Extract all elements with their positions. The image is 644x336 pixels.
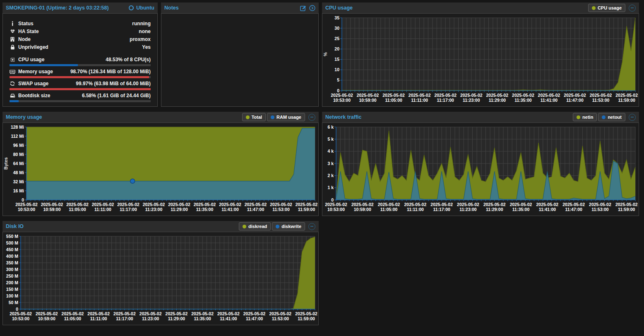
disk-chart-header: Disk IO diskread diskwrite bbox=[2, 221, 319, 232]
svg-text:11:17:00: 11:17:00 bbox=[437, 98, 454, 103]
legend-label: netin bbox=[582, 115, 593, 120]
info-icon bbox=[10, 21, 15, 26]
cpu-chart-body: 051015202530352025-05-0210:53:002025-05-… bbox=[322, 13, 639, 107]
os-label: Ubuntu bbox=[136, 5, 154, 11]
status-panel-body: Status running HA State none bbox=[2, 13, 158, 107]
node-value: proxmox bbox=[130, 36, 151, 42]
legend-dot-green bbox=[592, 6, 596, 10]
svg-text:11:35:00: 11:35:00 bbox=[514, 98, 532, 103]
legend-netout[interactable]: netout bbox=[598, 113, 625, 121]
svg-text:20: 20 bbox=[334, 46, 339, 51]
network-chart-body: 01 k2 k3 k4 k5 k6 k2025-05-0210:53:00202… bbox=[322, 122, 639, 216]
notes-body[interactable] bbox=[161, 13, 319, 107]
svg-text:11:05:00: 11:05:00 bbox=[380, 207, 398, 212]
svg-text:11:05:00: 11:05:00 bbox=[385, 98, 402, 103]
ha-state-label: HA State bbox=[18, 29, 39, 34]
svg-text:11:59:00: 11:59:00 bbox=[618, 98, 635, 103]
swap-usage-value: 99.97% (63.98 MiB of 64.00 MiB) bbox=[76, 81, 151, 86]
expand-notes-icon[interactable] bbox=[309, 5, 315, 11]
svg-text:2025-05-02: 2025-05-02 bbox=[295, 311, 317, 316]
status-label: Status bbox=[18, 21, 34, 26]
collapse-icon[interactable] bbox=[308, 114, 315, 121]
svg-text:500 M: 500 M bbox=[6, 240, 18, 245]
notes-panel: Notes bbox=[161, 2, 319, 107]
legend-netin[interactable]: netin bbox=[573, 113, 597, 121]
svg-text:%: % bbox=[323, 52, 328, 56]
cpu-usage-label: CPU usage bbox=[18, 57, 44, 62]
svg-text:11:47:00: 11:47:00 bbox=[565, 207, 582, 212]
status-value: running bbox=[132, 21, 151, 26]
svg-text:11:23:00: 11:23:00 bbox=[459, 207, 477, 212]
collapse-icon[interactable] bbox=[308, 223, 315, 230]
svg-text:2025-05-02: 2025-05-02 bbox=[510, 202, 532, 207]
guest-title: SMOKEPING-01 (Uptime: 2 days 03:22:58) bbox=[6, 5, 109, 11]
svg-text:11:23:00: 11:23:00 bbox=[145, 207, 163, 212]
legend-diskread[interactable]: diskread bbox=[239, 222, 271, 230]
svg-text:2025-05-02: 2025-05-02 bbox=[10, 311, 32, 316]
memory-usage-chart: 016 Mi32 Mi48 Mi64 Mi80 Mi96 Mi112 Mi128… bbox=[3, 123, 318, 216]
notes-title: Notes bbox=[164, 5, 179, 11]
svg-text:10:53:00: 10:53:00 bbox=[327, 207, 345, 212]
svg-text:11:11:00: 11:11:00 bbox=[94, 207, 111, 212]
legend-ram-usage[interactable]: RAM usage bbox=[267, 113, 305, 121]
notes-panel-header: Notes bbox=[161, 2, 319, 13]
svg-text:200 M: 200 M bbox=[6, 280, 18, 285]
swap-usage-bar bbox=[10, 88, 151, 90]
svg-text:2025-05-02: 2025-05-02 bbox=[562, 202, 585, 207]
svg-text:2 k: 2 k bbox=[327, 173, 334, 178]
network-traffic-chart-panel: Network traffic netin netout 01 k2 k3 k4… bbox=[322, 112, 639, 216]
legend-label: CPU usage bbox=[598, 5, 622, 10]
svg-text:2025-05-02: 2025-05-02 bbox=[357, 93, 379, 98]
status-row: Unprivileged Yes bbox=[10, 43, 151, 51]
heartbeat-icon bbox=[10, 29, 15, 34]
legend-total[interactable]: Total bbox=[242, 113, 266, 121]
svg-text:3 k: 3 k bbox=[327, 161, 334, 166]
svg-text:50 M: 50 M bbox=[9, 300, 19, 305]
svg-text:25: 25 bbox=[334, 36, 339, 41]
svg-text:2025-05-02: 2025-05-02 bbox=[378, 202, 400, 207]
legend-label: Total bbox=[252, 115, 262, 120]
svg-text:400 M: 400 M bbox=[6, 254, 18, 259]
svg-text:2025-05-02: 2025-05-02 bbox=[512, 93, 534, 98]
svg-text:128 Mi: 128 Mi bbox=[11, 125, 24, 130]
legend-diskwrite[interactable]: diskwrite bbox=[272, 222, 305, 230]
svg-text:5 k: 5 k bbox=[327, 137, 334, 142]
os-badge: Ubuntu bbox=[128, 5, 154, 11]
svg-text:0: 0 bbox=[16, 307, 18, 312]
svg-text:2025-05-02: 2025-05-02 bbox=[113, 311, 136, 316]
legend-label: diskread bbox=[248, 224, 267, 229]
svg-text:2025-05-02: 2025-05-02 bbox=[296, 202, 318, 207]
svg-text:2025-05-02: 2025-05-02 bbox=[460, 93, 483, 98]
disk-io-chart-panel: Disk IO diskread diskwrite 050 M100 M150… bbox=[2, 221, 319, 325]
edit-notes-icon[interactable] bbox=[300, 5, 306, 11]
svg-text:15: 15 bbox=[334, 57, 339, 62]
svg-text:300 M: 300 M bbox=[6, 267, 18, 272]
collapse-icon[interactable] bbox=[629, 114, 636, 121]
node-label: Node bbox=[18, 36, 31, 42]
swap-usage-label: SWAP usage bbox=[18, 81, 48, 86]
memory-chart-title: Memory usage bbox=[6, 114, 42, 120]
svg-text:Bytes: Bytes bbox=[3, 157, 8, 170]
collapse-icon[interactable] bbox=[629, 5, 636, 12]
status-row: Status running bbox=[10, 19, 151, 27]
svg-text:2025-05-02: 2025-05-02 bbox=[269, 311, 291, 316]
svg-text:11:35:00: 11:35:00 bbox=[196, 207, 214, 212]
legend-dot-green bbox=[577, 115, 580, 119]
svg-text:11:53:00: 11:53:00 bbox=[272, 207, 290, 212]
svg-text:11:29:00: 11:29:00 bbox=[489, 98, 506, 103]
bootdisk-icon bbox=[10, 94, 15, 98]
svg-text:2025-05-02: 2025-05-02 bbox=[194, 202, 216, 207]
svg-text:10:53:00: 10:53:00 bbox=[333, 98, 351, 103]
svg-text:48 Mi: 48 Mi bbox=[13, 170, 24, 175]
bootdisk-bar bbox=[10, 100, 151, 102]
memory-usage-bar bbox=[10, 76, 151, 78]
svg-text:150 M: 150 M bbox=[6, 287, 18, 292]
legend-label: netout bbox=[608, 115, 622, 120]
ha-state-value: none bbox=[139, 29, 151, 34]
svg-text:11:29:00: 11:29:00 bbox=[171, 207, 188, 212]
svg-text:2025-05-02: 2025-05-02 bbox=[270, 202, 292, 207]
svg-text:2025-05-02: 2025-05-02 bbox=[590, 93, 612, 98]
legend-cpu-usage[interactable]: CPU usage bbox=[588, 4, 625, 12]
svg-text:2025-05-02: 2025-05-02 bbox=[589, 202, 611, 207]
svg-text:2025-05-02: 2025-05-02 bbox=[409, 93, 431, 98]
